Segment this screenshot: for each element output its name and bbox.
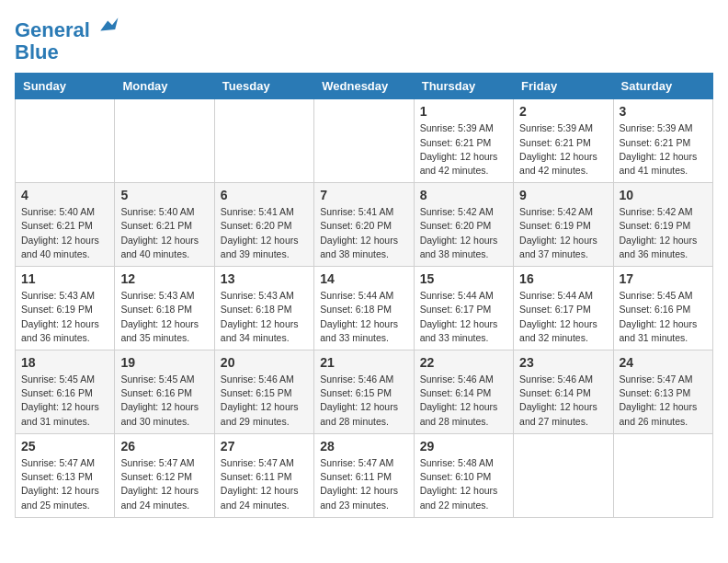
day-number: 5: [120, 188, 208, 202]
calendar-header-row: SundayMondayTuesdayWednesdayThursdayFrid…: [16, 74, 713, 99]
calendar-cell: 21Sunrise: 5:46 AM Sunset: 6:15 PM Dayli…: [314, 350, 414, 434]
day-info: Sunrise: 5:40 AM Sunset: 6:21 PM Dayligh…: [120, 205, 208, 261]
day-number: 19: [120, 355, 208, 370]
day-header-monday: Monday: [115, 74, 214, 99]
day-info: Sunrise: 5:44 AM Sunset: 6:17 PM Dayligh…: [519, 289, 607, 345]
day-number: 21: [320, 355, 407, 370]
day-info: Sunrise: 5:46 AM Sunset: 6:14 PM Dayligh…: [420, 373, 507, 429]
logo: General Blue: [15, 15, 119, 63]
day-info: Sunrise: 5:39 AM Sunset: 6:21 PM Dayligh…: [420, 121, 507, 178]
calendar-table: SundayMondayTuesdayWednesdayThursdayFrid…: [15, 73, 713, 517]
calendar-cell: [613, 433, 712, 517]
calendar-cell: [16, 99, 115, 183]
logo-bird-icon: [97, 15, 119, 37]
day-header-saturday: Saturday: [613, 74, 712, 99]
day-info: Sunrise: 5:48 AM Sunset: 6:10 PM Dayligh…: [420, 456, 507, 512]
day-header-sunday: Sunday: [16, 74, 115, 99]
calendar-cell: 3Sunrise: 5:39 AM Sunset: 6:21 PM Daylig…: [613, 99, 712, 183]
calendar-cell: 11Sunrise: 5:43 AM Sunset: 6:19 PM Dayli…: [16, 267, 115, 350]
calendar-cell: 13Sunrise: 5:43 AM Sunset: 6:18 PM Dayli…: [214, 267, 313, 350]
calendar-cell: [214, 99, 313, 183]
day-info: Sunrise: 5:47 AM Sunset: 6:12 PM Dayligh…: [120, 456, 208, 512]
day-info: Sunrise: 5:43 AM Sunset: 6:18 PM Dayligh…: [120, 289, 208, 345]
page-header: General Blue: [15, 15, 713, 63]
calendar-week-row: 11Sunrise: 5:43 AM Sunset: 6:19 PM Dayli…: [16, 267, 713, 350]
day-info: Sunrise: 5:42 AM Sunset: 6:20 PM Dayligh…: [420, 205, 507, 261]
day-header-tuesday: Tuesday: [214, 74, 313, 99]
calendar-cell: 7Sunrise: 5:41 AM Sunset: 6:20 PM Daylig…: [314, 183, 414, 267]
day-info: Sunrise: 5:43 AM Sunset: 6:19 PM Dayligh…: [21, 289, 108, 345]
day-number: 6: [221, 188, 308, 202]
day-info: Sunrise: 5:39 AM Sunset: 6:21 PM Dayligh…: [620, 121, 707, 178]
day-number: 29: [420, 439, 507, 454]
calendar-cell: 20Sunrise: 5:46 AM Sunset: 6:15 PM Dayli…: [214, 350, 313, 434]
calendar-week-row: 18Sunrise: 5:45 AM Sunset: 6:16 PM Dayli…: [16, 350, 713, 434]
day-header-friday: Friday: [514, 74, 613, 99]
day-number: 12: [120, 271, 208, 286]
day-number: 16: [519, 271, 607, 286]
day-info: Sunrise: 5:46 AM Sunset: 6:15 PM Dayligh…: [320, 373, 407, 429]
day-number: 28: [320, 439, 407, 454]
calendar-cell: 8Sunrise: 5:42 AM Sunset: 6:20 PM Daylig…: [414, 183, 513, 267]
day-info: Sunrise: 5:47 AM Sunset: 6:13 PM Dayligh…: [620, 373, 707, 429]
calendar-cell: 22Sunrise: 5:46 AM Sunset: 6:14 PM Dayli…: [414, 350, 513, 434]
calendar-cell: 5Sunrise: 5:40 AM Sunset: 6:21 PM Daylig…: [115, 183, 214, 267]
day-info: Sunrise: 5:46 AM Sunset: 6:14 PM Dayligh…: [519, 373, 607, 429]
day-info: Sunrise: 5:47 AM Sunset: 6:13 PM Dayligh…: [21, 456, 108, 512]
day-info: Sunrise: 5:44 AM Sunset: 6:17 PM Dayligh…: [420, 289, 507, 345]
day-info: Sunrise: 5:41 AM Sunset: 6:20 PM Dayligh…: [221, 205, 308, 261]
day-header-thursday: Thursday: [414, 74, 513, 99]
calendar-cell: [514, 433, 613, 517]
day-info: Sunrise: 5:44 AM Sunset: 6:18 PM Dayligh…: [320, 289, 407, 345]
day-info: Sunrise: 5:42 AM Sunset: 6:19 PM Dayligh…: [620, 205, 707, 261]
day-info: Sunrise: 5:47 AM Sunset: 6:11 PM Dayligh…: [320, 456, 407, 512]
day-number: 26: [120, 439, 208, 454]
svg-marker-0: [100, 17, 118, 30]
calendar-week-row: 1Sunrise: 5:39 AM Sunset: 6:21 PM Daylig…: [16, 99, 713, 183]
day-number: 23: [519, 355, 607, 370]
day-info: Sunrise: 5:42 AM Sunset: 6:19 PM Dayligh…: [519, 205, 607, 261]
day-number: 13: [221, 271, 308, 286]
calendar-cell: 25Sunrise: 5:47 AM Sunset: 6:13 PM Dayli…: [16, 433, 115, 517]
calendar-cell: 12Sunrise: 5:43 AM Sunset: 6:18 PM Dayli…: [115, 267, 214, 350]
day-number: 4: [21, 188, 108, 202]
day-number: 15: [420, 271, 507, 286]
calendar-cell: 6Sunrise: 5:41 AM Sunset: 6:20 PM Daylig…: [214, 183, 313, 267]
day-number: 2: [519, 104, 607, 119]
day-number: 3: [620, 104, 707, 119]
calendar-cell: 15Sunrise: 5:44 AM Sunset: 6:17 PM Dayli…: [414, 267, 513, 350]
calendar-cell: 27Sunrise: 5:47 AM Sunset: 6:11 PM Dayli…: [214, 433, 313, 517]
day-number: 10: [620, 188, 707, 202]
day-number: 1: [420, 104, 507, 119]
calendar-cell: 28Sunrise: 5:47 AM Sunset: 6:11 PM Dayli…: [314, 433, 414, 517]
calendar-cell: 17Sunrise: 5:45 AM Sunset: 6:16 PM Dayli…: [613, 267, 712, 350]
day-info: Sunrise: 5:45 AM Sunset: 6:16 PM Dayligh…: [21, 373, 108, 429]
calendar-cell: 19Sunrise: 5:45 AM Sunset: 6:16 PM Dayli…: [115, 350, 214, 434]
day-info: Sunrise: 5:40 AM Sunset: 6:21 PM Dayligh…: [21, 205, 108, 261]
calendar-week-row: 4Sunrise: 5:40 AM Sunset: 6:21 PM Daylig…: [16, 183, 713, 267]
day-number: 8: [420, 188, 507, 202]
day-info: Sunrise: 5:47 AM Sunset: 6:11 PM Dayligh…: [221, 456, 308, 512]
day-info: Sunrise: 5:41 AM Sunset: 6:20 PM Dayligh…: [320, 205, 407, 261]
calendar-cell: 1Sunrise: 5:39 AM Sunset: 6:21 PM Daylig…: [414, 99, 513, 183]
calendar-cell: 16Sunrise: 5:44 AM Sunset: 6:17 PM Dayli…: [514, 267, 613, 350]
calendar-cell: 23Sunrise: 5:46 AM Sunset: 6:14 PM Dayli…: [514, 350, 613, 434]
calendar-cell: 24Sunrise: 5:47 AM Sunset: 6:13 PM Dayli…: [613, 350, 712, 434]
day-number: 22: [420, 355, 507, 370]
day-number: 7: [320, 188, 407, 202]
day-info: Sunrise: 5:43 AM Sunset: 6:18 PM Dayligh…: [221, 289, 308, 345]
calendar-cell: 29Sunrise: 5:48 AM Sunset: 6:10 PM Dayli…: [414, 433, 513, 517]
day-info: Sunrise: 5:39 AM Sunset: 6:21 PM Dayligh…: [519, 121, 607, 178]
calendar-cell: [115, 99, 214, 183]
calendar-cell: 26Sunrise: 5:47 AM Sunset: 6:12 PM Dayli…: [115, 433, 214, 517]
day-header-wednesday: Wednesday: [314, 74, 414, 99]
calendar-cell: 9Sunrise: 5:42 AM Sunset: 6:19 PM Daylig…: [514, 183, 613, 267]
day-info: Sunrise: 5:46 AM Sunset: 6:15 PM Dayligh…: [221, 373, 308, 429]
day-number: 11: [21, 271, 108, 286]
day-info: Sunrise: 5:45 AM Sunset: 6:16 PM Dayligh…: [620, 289, 707, 345]
logo-general: General: [15, 18, 90, 41]
calendar-cell: 10Sunrise: 5:42 AM Sunset: 6:19 PM Dayli…: [613, 183, 712, 267]
day-number: 24: [620, 355, 707, 370]
day-number: 17: [620, 271, 707, 286]
day-number: 25: [21, 439, 108, 454]
